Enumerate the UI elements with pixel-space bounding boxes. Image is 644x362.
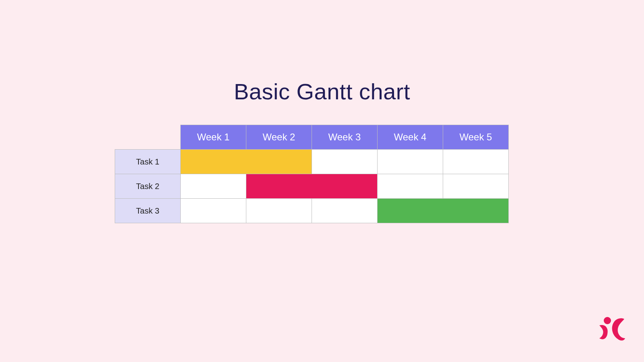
brand-logo-icon: [598, 317, 626, 344]
gantt-task-label: Task 2: [115, 174, 181, 199]
gantt-empty-cell: [312, 199, 378, 223]
gantt-header-week: Week 2: [246, 125, 312, 150]
gantt-bar: [181, 150, 312, 174]
gantt-bar: [246, 174, 378, 199]
gantt-header-week: Week 1: [181, 125, 246, 150]
gantt-empty-cell: [181, 199, 246, 223]
gantt-bar: [378, 199, 509, 223]
gantt-task-label: Task 1: [115, 150, 181, 174]
gantt-header-week: Week 3: [312, 125, 378, 150]
gantt-empty-cell: [443, 174, 509, 199]
gantt-chart: Week 1Week 2Week 3Week 4Week 5Task 1Task…: [115, 125, 509, 223]
gantt-empty-cell: [246, 199, 312, 223]
gantt-task-label: Task 3: [115, 199, 181, 223]
chart-title: Basic Gantt chart: [0, 78, 644, 105]
gantt-empty-cell: [181, 174, 246, 199]
gantt-empty-cell: [312, 150, 378, 174]
svg-point-0: [604, 317, 611, 324]
gantt-header-week: Week 4: [378, 125, 443, 150]
gantt-corner-cell: [115, 125, 181, 150]
gantt-header-week: Week 5: [443, 125, 509, 150]
gantt-empty-cell: [378, 150, 443, 174]
gantt-empty-cell: [443, 150, 509, 174]
gantt-empty-cell: [378, 174, 443, 199]
